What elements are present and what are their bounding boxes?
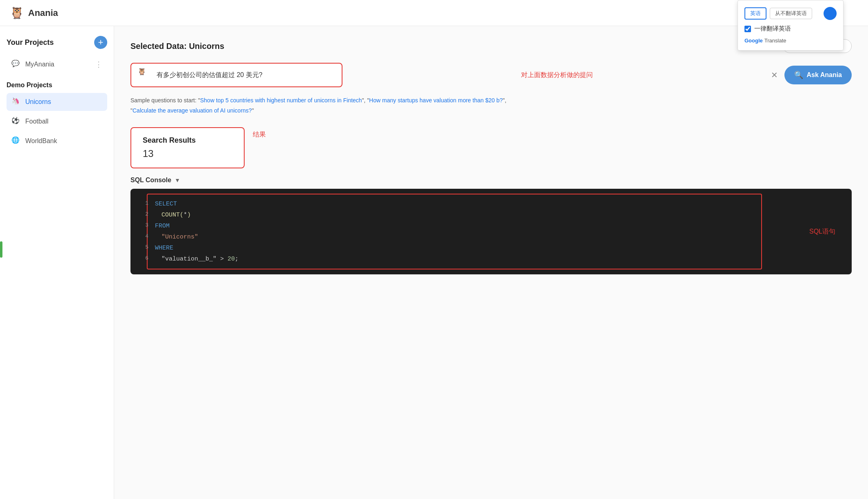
football-label: Football: [25, 118, 102, 125]
main-content: Selected Data: Unicorns View Data Snapsh…: [114, 26, 868, 499]
sidebar-item-worldbank[interactable]: 🌐 WorldBank: [7, 132, 107, 150]
translate-brand-text: Translate: [764, 38, 786, 44]
sample-link-1[interactable]: Show top 5 countries with highest number…: [200, 97, 362, 104]
sample-link-3[interactable]: Calculate the average valuation of AI un…: [133, 107, 252, 114]
translate-checkbox[interactable]: [744, 26, 751, 32]
translate-branding: Google Translate: [744, 38, 837, 44]
clear-search-button[interactable]: ✕: [771, 70, 778, 80]
sql-line-5: 5 WHERE: [140, 243, 842, 254]
ask-anania-button[interactable]: 🔍 Ask Anania: [784, 66, 852, 84]
sql-line-6: 6 "valuation__b_" > 20;: [140, 254, 842, 265]
translate-checkbox-label: 一律翻译英语: [754, 25, 791, 33]
search-area: 🦉 对上面数据分析做的提问 ✕ 🔍 Ask Anania: [130, 63, 852, 87]
ask-search-icon: 🔍: [794, 71, 803, 79]
selected-data-prefix: Selected Data:: [130, 42, 189, 51]
sidebar-item-unicorns[interactable]: 🦄 Unicorns: [7, 93, 107, 111]
search-avatar-icon: 🦉: [138, 68, 152, 82]
logo-area: 🦉 Anania: [10, 6, 58, 20]
worldbank-icon: 🌐: [11, 136, 21, 146]
your-projects-section: Your Projects +: [7, 36, 107, 49]
sidebar: Your Projects + 💬 MyAnania ⋮ Demo Projec…: [0, 26, 114, 499]
search-results-count: 13: [143, 148, 232, 159]
app-layout: Your Projects + 💬 MyAnania ⋮ Demo Projec…: [0, 26, 868, 499]
search-annotation-chinese: 对上面数据分析做的提问: [349, 71, 764, 79]
search-results-title: Search Results: [143, 136, 232, 145]
worldbank-label: WorldBank: [25, 137, 102, 145]
sidebar-item-football[interactable]: ⚽ Football: [7, 113, 107, 130]
sql-line-2: 2 COUNT(*): [140, 210, 842, 221]
myanania-dots-menu[interactable]: ⋮: [95, 60, 102, 69]
unicorns-label: Unicorns: [25, 98, 102, 106]
translate-btn-never[interactable]: 从不翻译英语: [770, 8, 812, 19]
myanania-label: MyAnania: [25, 61, 91, 68]
sql-line-3: 3 FROM: [140, 221, 842, 232]
chevron-down-icon: ▼: [174, 177, 180, 183]
search-box: 🦉: [130, 63, 342, 87]
google-brand-text: Google: [744, 38, 763, 44]
sql-console-header[interactable]: SQL Console ▼: [130, 177, 852, 184]
sql-console-label: SQL Console: [130, 177, 171, 184]
demo-projects-label: Demo Projects: [7, 82, 107, 89]
unicorns-icon: 🦄: [11, 97, 21, 107]
football-icon: ⚽: [11, 117, 21, 126]
translate-top-buttons: 英语 从不翻译英语: [744, 7, 837, 20]
sql-editor: 1 SELECT 2 COUNT(*) 3 FROM 4 "Unicorns" …: [130, 189, 852, 274]
add-project-button[interactable]: +: [94, 36, 107, 49]
results-container: Search Results 13 结果: [130, 127, 852, 168]
sample-link-2[interactable]: How many startups have valuation more th…: [369, 97, 503, 104]
results-annotation-chinese: 结果: [253, 130, 266, 139]
sql-line-1: 1 SELECT: [140, 199, 842, 210]
myanania-icon: 💬: [11, 60, 21, 69]
search-results-box: Search Results 13: [130, 127, 245, 168]
selected-data-name: Unicorns: [189, 42, 224, 51]
your-projects-label: Your Projects: [7, 38, 54, 47]
translate-close-btn[interactable]: [824, 7, 837, 20]
search-input[interactable]: [157, 71, 335, 79]
sample-questions-prefix: Sample questions to start:: [130, 97, 198, 104]
app-title: Anania: [28, 8, 58, 18]
sample-questions: Sample questions to start: "Show top 5 c…: [130, 95, 852, 116]
translate-checkbox-row: 一律翻译英语: [744, 25, 837, 33]
scroll-indicator: [0, 241, 2, 258]
translate-btn-english[interactable]: 英语: [744, 7, 766, 20]
sql-line-4: 4 "Unicorns": [140, 232, 842, 243]
ask-button-label: Ask Anania: [806, 71, 842, 79]
owl-logo-icon: 🦉: [10, 6, 24, 20]
selected-data-text: Selected Data: Unicorns: [130, 42, 224, 51]
google-translate-popup: 英语 从不翻译英语 一律翻译英语 Google Translate: [738, 0, 844, 51]
sidebar-item-myanania[interactable]: 💬 MyAnania ⋮: [7, 55, 107, 73]
